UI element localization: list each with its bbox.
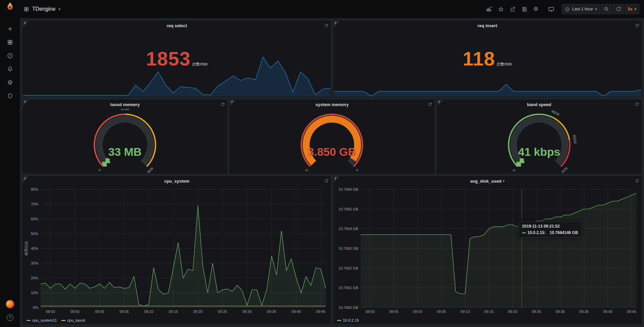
- panel-info-icon[interactable]: i: [23, 21, 29, 27]
- tooltip-series-swatch: [522, 232, 526, 233]
- panel-title: taosd memery: [110, 102, 140, 107]
- legend-item[interactable]: cpu_taosd: [61, 318, 85, 322]
- tooltip-value: 10.7664146 GB: [550, 230, 578, 235]
- chevron-down-icon: ▾: [595, 7, 597, 11]
- svg-text:50%: 50%: [31, 232, 38, 236]
- legend-item[interactable]: 10.0.2.15: [337, 318, 359, 322]
- svg-text:4: 4: [355, 168, 359, 172]
- grafana-app: ⚙ ? TDengine ▾: [0, 0, 644, 327]
- svg-text:09:25: 09:25: [218, 310, 227, 314]
- svg-text:70%: 70%: [31, 202, 38, 206]
- sidebar-item-dashboards[interactable]: [0, 36, 20, 49]
- sidebar-item-alerting[interactable]: [0, 62, 20, 76]
- panel-info-icon[interactable]: i: [437, 100, 443, 106]
- cpu-system-chart[interactable]: 0%10%20%30%40%50%60%70%80%08:5008:5509:0…: [23, 187, 330, 315]
- panel-header[interactable]: avg_disk_used ▾: [334, 177, 641, 185]
- tooltip-time: 2019-11-13 09:21:52: [522, 224, 578, 229]
- svg-text:4916: 4916: [551, 109, 560, 116]
- svg-text:2048: 2048: [121, 109, 129, 111]
- panel-req-insert: i req insert 118 次数/min: [333, 21, 641, 97]
- sidebar: ⚙ ?: [0, 0, 20, 327]
- add-panel-button[interactable]: [483, 4, 495, 14]
- legend-item[interactable]: cpu_system11: [26, 318, 57, 322]
- svg-text:6554: 6554: [572, 135, 577, 144]
- panel-loading-icon[interactable]: [324, 23, 328, 29]
- star-dashboard-button[interactable]: [495, 5, 506, 14]
- panel-title: band speed: [527, 102, 551, 107]
- svg-text:80%: 80%: [31, 187, 38, 191]
- sidebar-item-configuration[interactable]: ⚙: [0, 76, 20, 89]
- panel-menu-caret-icon[interactable]: ▾: [503, 179, 505, 183]
- panel-loading-icon[interactable]: [428, 102, 432, 108]
- panel-info-icon[interactable]: i: [334, 21, 339, 27]
- panel-loading-icon[interactable]: [221, 102, 225, 108]
- sidebar-item-create[interactable]: [0, 22, 20, 36]
- panel-info-icon[interactable]: i: [334, 177, 339, 182]
- panel-title: req select: [167, 23, 187, 28]
- panel-header[interactable]: system memory: [230, 100, 434, 109]
- stat-unit: 次数/min: [192, 61, 208, 67]
- svg-text:08:50: 08:50: [46, 310, 55, 314]
- svg-text:09:30: 09:30: [243, 310, 252, 314]
- sidebar-item-profile[interactable]: [0, 297, 20, 311]
- system-memory-gauge[interactable]: 043.850 GB: [230, 109, 434, 173]
- svg-text:30%: 30%: [31, 261, 38, 265]
- panel-info-icon[interactable]: i: [23, 100, 29, 106]
- zoom-out-time-button[interactable]: [601, 4, 612, 14]
- shield-icon: [7, 93, 13, 99]
- svg-text:08:55: 08:55: [389, 310, 398, 314]
- panel-loading-icon[interactable]: [635, 102, 639, 108]
- chevron-down-icon[interactable]: ▾: [58, 7, 60, 11]
- panel-loading-icon[interactable]: [324, 178, 328, 184]
- svg-text:09:10: 09:10: [144, 310, 154, 314]
- svg-text:10%: 10%: [31, 291, 38, 295]
- panel-req-select: i req select 1853 次数/min: [23, 21, 331, 97]
- svg-text:09:10: 09:10: [461, 310, 470, 314]
- svg-text:09:35: 09:35: [267, 310, 276, 314]
- cycle-view-mode-button[interactable]: [545, 4, 557, 14]
- taosd-memory-gauge[interactable]: 04096204833 MB: [23, 109, 227, 173]
- sidebar-item-server-admin[interactable]: [0, 89, 20, 103]
- sidebar-item-help[interactable]: ?: [0, 311, 20, 324]
- svg-text:09:15: 09:15: [484, 310, 494, 314]
- panel-header[interactable]: cpu_system: [23, 177, 330, 185]
- panel-title: system memory: [315, 102, 348, 107]
- svg-text:10.7661 GB: 10.7661 GB: [338, 286, 358, 290]
- panel-info-icon[interactable]: i: [230, 100, 236, 106]
- search-minus-icon: [604, 6, 609, 12]
- panel-loading-icon[interactable]: [635, 23, 639, 29]
- svg-text:41 kbps: 41 kbps: [518, 145, 560, 158]
- panel-header[interactable]: band speed: [437, 100, 641, 109]
- tooltip-series-name: 10.0.2.15:: [528, 230, 546, 235]
- dashboard-settings-button[interactable]: ⚙: [531, 5, 541, 13]
- panel-title: cpu_system: [164, 179, 189, 184]
- gear-icon: ⚙: [533, 6, 538, 12]
- time-range-picker[interactable]: Last 1 hour ▾: [562, 4, 600, 14]
- avg-disk-used-chart[interactable]: 10.7660 GB10.7661 GB10.7662 GB10.7663 GB…: [334, 187, 641, 315]
- sidebar-item-explore[interactable]: [0, 49, 20, 62]
- svg-text:10.7663 GB: 10.7663 GB: [338, 246, 358, 250]
- refresh-icon: [616, 6, 621, 12]
- panel-cpu-system: i cpu_system 0%10%20%30%40%50%60%70%80%0…: [23, 176, 331, 324]
- refresh-interval-picker[interactable]: 5s ▾: [625, 4, 639, 14]
- panel-header[interactable]: req select: [23, 21, 330, 30]
- panel-loading-icon[interactable]: [635, 178, 639, 184]
- svg-text:09:45: 09:45: [316, 310, 326, 314]
- svg-text:09:20: 09:20: [508, 310, 518, 314]
- dashboard-title[interactable]: TDengine: [32, 6, 55, 12]
- panel-header[interactable]: req insert: [334, 21, 641, 30]
- share-dashboard-button[interactable]: [507, 5, 518, 14]
- help-icon: ?: [7, 314, 13, 321]
- band-speed-gauge[interactable]: 081924916655441 kbps: [437, 109, 641, 173]
- panel-header[interactable]: taosd memery: [23, 100, 227, 109]
- dashboard-picker-icon[interactable]: [23, 6, 29, 12]
- svg-text:33 MB: 33 MB: [108, 145, 142, 158]
- panel-info-icon[interactable]: i: [23, 177, 29, 182]
- save-dashboard-button[interactable]: [519, 5, 530, 14]
- chart-legend: 10.0.2.15: [337, 318, 359, 322]
- refresh-dashboard-button[interactable]: [613, 4, 624, 14]
- svg-text:10.7666 GB: 10.7666 GB: [338, 187, 358, 191]
- grafana-logo[interactable]: [0, 0, 20, 13]
- svg-text:09:05: 09:05: [437, 310, 446, 314]
- svg-text:09:30: 09:30: [555, 310, 565, 314]
